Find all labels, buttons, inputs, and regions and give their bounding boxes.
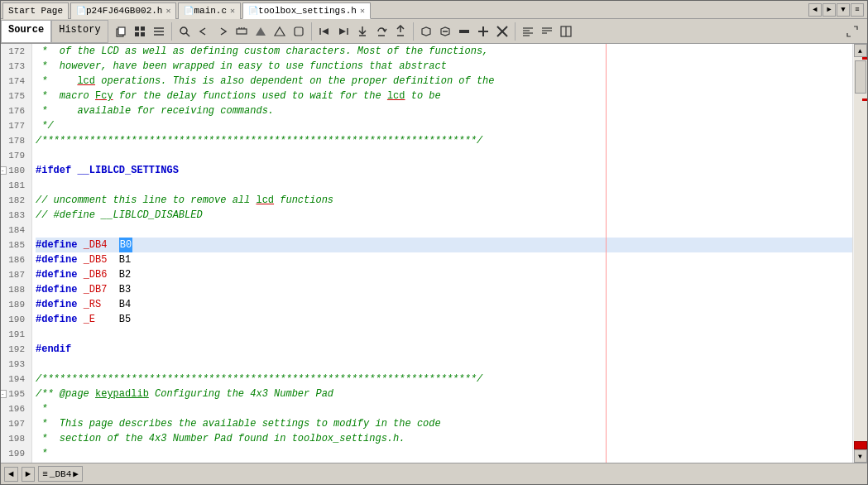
toolbar-btn-1[interactable] — [131, 23, 149, 40]
code-text-186b — [77, 252, 83, 267]
toolbar-btn-6[interactable] — [290, 23, 308, 40]
toolbar-btn-step-into[interactable] — [353, 23, 372, 40]
code-text-193 — [36, 357, 41, 372]
toolbar-btn-8[interactable] — [455, 23, 473, 40]
scroll-track[interactable] — [854, 57, 867, 441]
status-db4-arrow: ▶ — [73, 468, 79, 479]
toolbar-btn-run-back[interactable] — [315, 23, 333, 40]
code-line-197[interactable]: * This page describes the available sett… — [36, 416, 852, 431]
code-line-174[interactable]: * lcd operations. This is also dependent… — [36, 74, 852, 89]
fold-icon-180[interactable]: - — [1, 166, 7, 175]
tab-main[interactable]: 📄 main.c ✕ — [178, 2, 241, 19]
code-line-193[interactable] — [36, 357, 852, 372]
svg-point-9 — [180, 27, 187, 34]
status-nav-prev[interactable]: ◄ — [4, 467, 18, 482]
toolbar-btn-search[interactable] — [175, 23, 194, 40]
code-text-186c: _DB5 — [84, 252, 108, 267]
code-line-183[interactable]: // #define __LIBLCD_DISABLED — [36, 208, 852, 223]
code-line-199[interactable]: * — [36, 446, 852, 461]
toolbar-btn-breakpoint-del[interactable] — [436, 23, 454, 40]
toolbar-btn-5[interactable] — [271, 23, 289, 40]
code-line-177[interactable]: */ — [36, 118, 852, 133]
code-line-198[interactable]: * section of the 4x3 Number Pad found in… — [36, 431, 852, 446]
toolbar-btn-split[interactable] — [557, 23, 575, 40]
toolbar-btn-2[interactable] — [150, 23, 168, 40]
toolbar-btn-run-fwd[interactable] — [334, 23, 352, 40]
tab-nav-dropdown[interactable]: ▼ — [837, 3, 850, 17]
toolbar-btn-9[interactable] — [474, 23, 492, 40]
status-db4-btn[interactable]: ≡ _DB4 ▶ — [38, 466, 83, 482]
scroll-thumb[interactable] — [855, 60, 866, 94]
code-line-184[interactable] — [36, 223, 852, 238]
code-text-195a: /** @page — [36, 387, 95, 401]
code-line-195[interactable]: /** @page keypadlib Configuring the 4x3 … — [36, 387, 852, 401]
toolbar-btn-10[interactable] — [493, 23, 511, 40]
code-text-189b — [77, 297, 83, 312]
status-nav-next[interactable]: ► — [22, 467, 36, 482]
code-line-188[interactable]: #define _DB7 B3 — [36, 282, 852, 297]
code-line-180[interactable]: #ifdef __LIBLCD_SETTINGS — [36, 163, 852, 178]
code-line-173[interactable]: * however, have been wrapped in easy to … — [36, 59, 852, 74]
code-line-178[interactable]: /***************************************… — [36, 133, 852, 148]
code-text-185b — [77, 238, 83, 252]
code-line-181[interactable] — [36, 178, 852, 193]
code-line-187[interactable]: #define _DB6 B2 — [36, 267, 852, 282]
tab-toolbox-icon: 📄 — [248, 6, 258, 16]
code-text-178: /***************************************… — [36, 133, 482, 148]
code-line-172[interactable]: * of the LCD as well as defining custom … — [36, 44, 852, 59]
code-line-189[interactable]: #define _RS B4 — [36, 297, 852, 312]
tab-p24[interactable]: 📄 p24FJ64GB002.h ✕ — [70, 2, 176, 19]
fold-icon-195[interactable]: - — [1, 390, 7, 398]
tab-toolbox[interactable]: 📄 toolbox_settings.h ✕ — [242, 2, 371, 19]
code-text-185c: _DB4 — [84, 238, 108, 252]
code-line-190[interactable]: #define _E B5 — [36, 312, 852, 327]
code-scroll-area: 172 173 174 175 176 177 178 179 - 180 18… — [1, 44, 852, 463]
tab-main-icon: 📄 — [184, 6, 194, 16]
toolbar-btn-4[interactable] — [252, 23, 270, 40]
toolbar-btn-expand[interactable] — [842, 23, 862, 40]
code-line-192[interactable]: #endif — [36, 342, 852, 357]
code-line-196[interactable]: * — [36, 401, 852, 416]
line-num-197: 197 — [1, 416, 28, 431]
tab-nav-prev[interactable]: ◄ — [808, 3, 822, 17]
toolbar-btn-asm[interactable] — [519, 23, 537, 40]
tab-start-page[interactable]: Start Page — [2, 2, 69, 19]
line-num-190: 190 — [1, 312, 28, 327]
code-text-180a: #ifdef — [36, 163, 71, 178]
code-line-185[interactable]: #define _DB4 B0 — [36, 238, 852, 252]
scroll-arrow-down[interactable]: ▼ — [854, 449, 867, 463]
code-line-191[interactable] — [36, 327, 852, 342]
svg-marker-16 — [275, 27, 285, 36]
toolbar-btn-3[interactable] — [233, 23, 251, 40]
tab-toolbox-close[interactable]: ✕ — [360, 6, 365, 16]
code-text-175c: for the delay functions used to wait for… — [113, 89, 387, 103]
tab-nav-menu[interactable]: ≡ — [851, 3, 864, 17]
tab-nav-buttons: ◄ ► ▼ ≡ — [808, 3, 867, 17]
code-text-187a: #define — [36, 267, 77, 282]
code-line-194[interactable]: /***************************************… — [36, 372, 852, 387]
line-num-195[interactable]: - 195 — [1, 387, 28, 401]
toolbar-btn-arrow-left[interactable] — [194, 23, 213, 40]
toolbar-btn-arrow-right[interactable] — [213, 23, 232, 40]
code-line-179[interactable] — [36, 148, 852, 163]
line-num-180[interactable]: - 180 — [1, 163, 28, 178]
toolbar-btn-step-out[interactable] — [391, 23, 410, 40]
code-line-176[interactable]: * available for receiving commands. — [36, 103, 852, 118]
source-tab[interactable]: Source — [1, 20, 51, 43]
status-db4-label: _DB4 — [50, 469, 71, 479]
code-line-175[interactable]: * macro Fcy for the delay functions used… — [36, 89, 852, 103]
toolbar-btn-breakpoint-add[interactable] — [417, 23, 435, 40]
toolbar-btn-asm2[interactable] — [538, 23, 556, 40]
scroll-arrow-up[interactable]: ▲ — [854, 44, 867, 57]
toolbar-btn-copy[interactable] — [112, 23, 130, 40]
tab-p24-close[interactable]: ✕ — [165, 6, 170, 16]
tab-nav-next[interactable]: ► — [822, 3, 836, 17]
tab-main-close[interactable]: ✕ — [230, 6, 235, 16]
history-tab[interactable]: History — [51, 20, 108, 43]
line-num-173: 173 — [1, 59, 28, 74]
toolbar-btn-step-over[interactable] — [372, 23, 391, 40]
code-lines[interactable]: * of the LCD as well as defining custom … — [32, 44, 852, 463]
svg-rect-4 — [135, 32, 139, 36]
code-line-186[interactable]: #define _DB5 B1 — [36, 252, 852, 267]
code-line-182[interactable]: // uncomment this line to remove all lcd… — [36, 193, 852, 208]
